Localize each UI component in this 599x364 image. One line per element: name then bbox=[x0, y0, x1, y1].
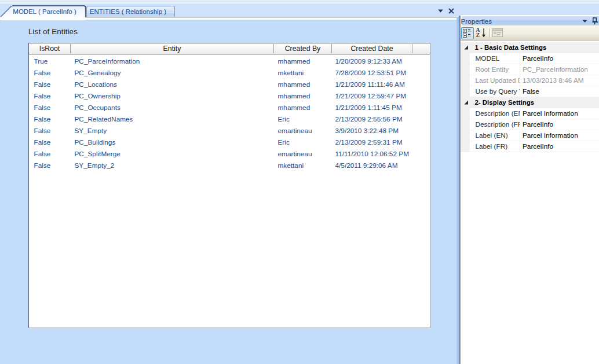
svg-text:MODEL ( ParcelInfo ): MODEL ( ParcelInfo ) bbox=[13, 8, 76, 15]
